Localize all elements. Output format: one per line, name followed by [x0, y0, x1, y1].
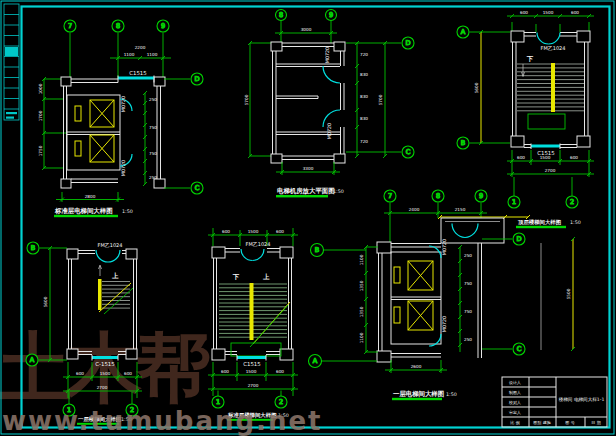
grid-bubble-9: 9: [475, 190, 487, 202]
grid-bubble-c: C: [402, 146, 414, 158]
grid-bubble-c: C: [513, 343, 525, 355]
titleblock-cell: 图 号: [565, 420, 574, 425]
dimension-top: 2400 2150: [384, 207, 487, 215]
title-underline: [392, 398, 442, 400]
door-tag: M0720: [121, 160, 126, 176]
stair-treads: [517, 64, 584, 111]
dimension-top: 3000: [275, 27, 337, 35]
svg-text:600: 600: [124, 371, 132, 376]
view-scale: 1:50: [570, 220, 581, 225]
svg-text:1350: 1350: [359, 306, 364, 317]
dimension-chain-right: 720 830 830 830 720 5700: [355, 41, 387, 158]
drawing-canvas: 7 8 9 1100 1100 2200: [0, 0, 616, 436]
svg-text:600: 600: [520, 10, 528, 15]
svg-text:1100: 1100: [359, 254, 364, 265]
svg-text:600: 600: [571, 10, 579, 15]
svg-text:2700: 2700: [545, 168, 556, 173]
svg-text:750: 750: [149, 151, 157, 156]
grid-bubble-a: A: [309, 355, 322, 368]
dimension-bottom: 2600: [385, 360, 447, 373]
double-door-fm1024: FM乙1024: [96, 242, 122, 263]
dimension-top: 1100 1100 2200: [110, 45, 171, 60]
svg-text:1500: 1500: [540, 155, 551, 160]
window-c1515: C1515: [118, 70, 154, 83]
double-door-fm1024: FM乙1024: [241, 241, 270, 261]
svg-text:C: C: [406, 148, 411, 156]
svg-text:2700: 2700: [248, 383, 259, 388]
view-title: 顶层楼梯间大样图: [517, 219, 561, 226]
svg-text:B: B: [31, 244, 35, 252]
stair-break-line: [99, 283, 131, 312]
view-elevator-standard-floor: 7 8 9 1100 1100 2200: [38, 20, 204, 217]
svg-text:750: 750: [464, 309, 472, 314]
svg-text:720: 720: [360, 139, 368, 144]
svg-text:D: D: [405, 39, 410, 47]
signature-strip-filled-cell: [5, 47, 18, 56]
svg-text:830: 830: [360, 94, 368, 99]
grid-bubble-7: 7: [384, 190, 396, 202]
svg-text:9: 9: [329, 11, 333, 19]
dimension-left: 5700: [244, 41, 273, 158]
svg-text:1350: 1350: [359, 280, 364, 291]
svg-text:A: A: [30, 356, 35, 364]
title-underline: [516, 226, 566, 228]
svg-text:1500: 1500: [248, 229, 259, 234]
plan-walls: [61, 77, 165, 188]
svg-text:1100: 1100: [147, 52, 158, 57]
stair-rail: [98, 279, 102, 310]
stair-rail: [250, 283, 254, 340]
door-tag: M0720: [121, 96, 126, 112]
window-tag: C-1515: [95, 361, 114, 367]
window-tag: C1515: [129, 70, 146, 76]
svg-text:1000: 1000: [38, 83, 43, 94]
svg-text:A: A: [313, 357, 318, 365]
grid-bubble-8: 8: [112, 20, 124, 32]
door-upper: M0720: [120, 96, 132, 112]
title-underline: [276, 195, 328, 197]
view-machine-room: 8 9 3000 5700: [244, 10, 415, 198]
svg-text:2200: 2200: [135, 45, 146, 50]
window-c1515: C1515: [237, 355, 266, 367]
svg-text:D: D: [516, 235, 521, 243]
view-scale: 1:50: [333, 189, 344, 194]
door-lower: M0720: [120, 154, 132, 176]
svg-text:1700: 1700: [38, 110, 43, 121]
svg-text:720: 720: [360, 52, 368, 57]
svg-text:600: 600: [517, 155, 525, 160]
svg-text:3000: 3000: [301, 27, 312, 32]
svg-text:750: 750: [149, 125, 157, 130]
title-underline: [54, 215, 118, 217]
svg-text:8: 8: [436, 192, 440, 200]
window-c1515: C1515: [531, 144, 560, 156]
grid-bubble-a: A: [26, 354, 38, 366]
grid-bubble-d: D: [402, 37, 414, 49]
svg-text:3300: 3300: [303, 166, 314, 171]
titleblock-drawing-name: 楼梯间 电梯间大样1-1: [558, 397, 605, 403]
dimension-left: 1000 1700 1750: [38, 77, 68, 170]
double-door-fm1024: FM乙1024: [537, 33, 565, 51]
up-label: 上: [263, 273, 270, 281]
view-scale: 1:50: [446, 392, 457, 397]
svg-text:B: B: [315, 246, 319, 254]
svg-text:C: C: [517, 345, 522, 353]
svg-text:750: 750: [464, 281, 472, 286]
door-upper: M0720: [323, 47, 340, 83]
elevator-car-upper: [394, 261, 433, 290]
elevator-car-lower: [394, 301, 433, 330]
svg-text:5700: 5700: [244, 94, 249, 105]
door-tag: FM乙1024: [98, 242, 123, 248]
dimension-chain-left: 1100 1350 1350 1100: [359, 245, 379, 354]
svg-text:1500: 1500: [246, 369, 257, 374]
titleblock-cell: 图别 建施: [533, 420, 550, 426]
grid-bubble-9: 9: [157, 20, 169, 32]
stair-rail: [551, 63, 555, 112]
titleblock-cell: 日 期: [591, 420, 600, 425]
view-stair-first-floor: B A 5600 FM乙: [26, 242, 142, 425]
dimension-side-right: 5500: [566, 237, 575, 351]
svg-text:2800: 2800: [85, 194, 96, 199]
svg-text:8: 8: [279, 11, 283, 19]
cad-drawing-sheet: 土木帮 www.tumubang.net 7 8: [0, 0, 616, 436]
door-tag: FM乙1024: [246, 241, 271, 247]
dimension-side: 5600: [474, 30, 483, 145]
stair-landing: [528, 114, 565, 129]
